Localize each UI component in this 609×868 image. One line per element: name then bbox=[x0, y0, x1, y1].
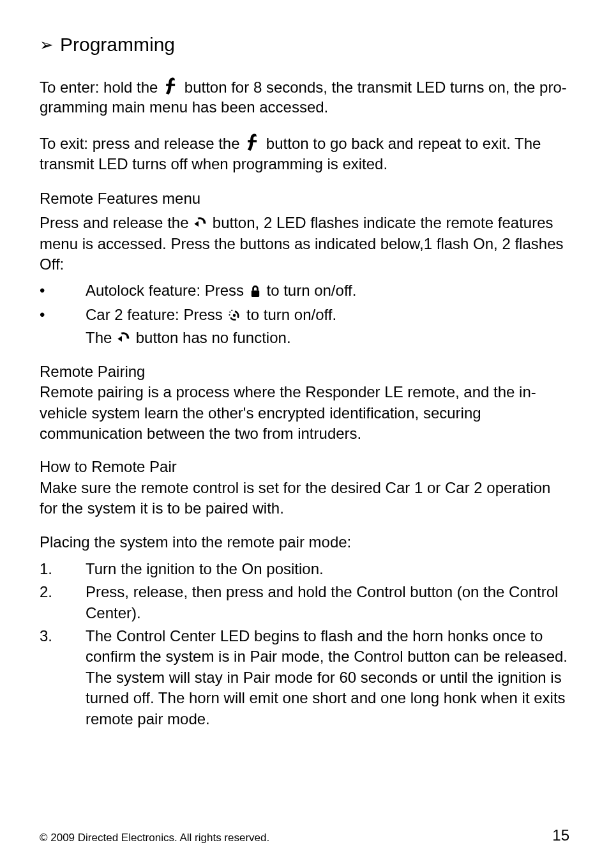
title-text: Programming bbox=[60, 32, 175, 58]
footer: © 2009 Directed Electronics. All rights … bbox=[40, 825, 569, 846]
placing-heading: Placing the system into the remote pair … bbox=[40, 532, 569, 552]
how-to-heading: How to Remote Pair bbox=[40, 457, 569, 477]
arrow-icon: ➢ bbox=[40, 34, 54, 56]
remote-features-body: Press and release the button, 2 LED flas… bbox=[40, 213, 569, 275]
list-item: 2.Press, release, then press and hold th… bbox=[40, 582, 569, 623]
list-item: Autolock feature: Press to turn on/off. bbox=[40, 280, 569, 301]
svg-marker-6 bbox=[117, 336, 122, 342]
svg-rect-1 bbox=[252, 290, 259, 296]
lock-icon bbox=[248, 283, 262, 297]
aux-icon bbox=[116, 330, 132, 346]
steps-list: 1.Turn the ignition to the On position. … bbox=[40, 559, 569, 729]
svg-point-5 bbox=[233, 314, 236, 317]
f-icon bbox=[244, 132, 262, 151]
svg-point-3 bbox=[232, 310, 233, 311]
f-icon bbox=[162, 76, 180, 95]
remote-pairing-heading: Remote Pairing bbox=[40, 362, 569, 382]
paragraph-enter: To enter: hold the button for 8 seconds,… bbox=[40, 76, 569, 118]
list-item: Car 2 feature: Press to turn on/off. The… bbox=[40, 305, 569, 349]
feature-bullets: Autolock feature: Press to turn on/off. … bbox=[40, 280, 569, 349]
remote-features-heading: Remote Features menu bbox=[40, 188, 569, 209]
copyright: © 2009 Directed Electronics. All rights … bbox=[40, 831, 269, 846]
section-title: ➢ Programming bbox=[40, 32, 569, 58]
page-number: 15 bbox=[552, 825, 569, 846]
list-item: 1.Turn the ignition to the On position. bbox=[40, 559, 569, 579]
paragraph-exit: To exit: press and release the button to… bbox=[40, 132, 569, 174]
svg-point-2 bbox=[230, 311, 231, 312]
svg-marker-0 bbox=[194, 221, 199, 227]
aux-icon bbox=[193, 215, 208, 231]
remote-pairing-body: Remote pairing is a process where the Re… bbox=[40, 382, 569, 444]
how-to-body: Make sure the remote control is set for … bbox=[40, 478, 569, 519]
svg-point-4 bbox=[229, 314, 230, 316]
remote-start-icon bbox=[227, 307, 242, 323]
list-item: 3.The Control Center LED begins to flash… bbox=[40, 626, 569, 729]
